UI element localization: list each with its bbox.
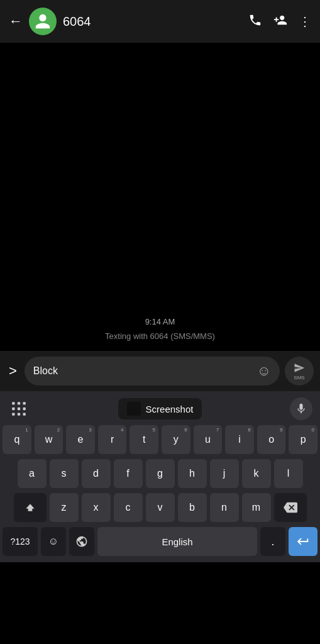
key-o[interactable]: o9: [257, 425, 286, 454]
emoji-button[interactable]: ☺: [257, 363, 271, 379]
key-t[interactable]: t5: [130, 425, 158, 454]
key-a[interactable]: a: [18, 459, 47, 488]
key-i[interactable]: i8: [225, 425, 254, 454]
input-area: > ☺ SMS: [0, 351, 320, 391]
key-h[interactable]: h: [178, 459, 207, 488]
key-c[interactable]: c: [114, 493, 143, 522]
keyboard-rows: q1 w2 e3 r4 t5 y6 u7 i8 o9 p0 a s d f g …: [0, 425, 320, 522]
keyboard-apps-button[interactable]: [8, 397, 30, 420]
key-k[interactable]: k: [242, 459, 271, 488]
more-options-button[interactable]: ⋮: [299, 14, 311, 29]
key-g[interactable]: g: [146, 459, 175, 488]
screenshot-button[interactable]: Screenshot: [118, 398, 202, 419]
key-v[interactable]: v: [146, 493, 175, 522]
send-label: SMS: [294, 375, 304, 380]
key-q[interactable]: q1: [3, 425, 31, 454]
svg-rect-4: [18, 408, 20, 410]
shift-key[interactable]: [14, 493, 47, 522]
expand-button[interactable]: >: [6, 360, 19, 382]
key-d[interactable]: d: [82, 459, 111, 488]
svg-rect-2: [23, 402, 26, 404]
chat-area: 9:14 AM Texting with 6064 (SMS/MMS): [0, 43, 320, 351]
keyboard-row-1: q1 w2 e3 r4 t5 y6 u7 i8 o9 p0: [3, 425, 317, 454]
texting-info: Texting with 6064 (SMS/MMS): [105, 331, 215, 341]
svg-rect-7: [18, 413, 20, 416]
key-n[interactable]: n: [210, 493, 239, 522]
svg-rect-1: [18, 402, 20, 404]
key-l[interactable]: l: [274, 459, 303, 488]
keyboard-toolbar: Screenshot: [0, 395, 320, 425]
period-key[interactable]: .: [260, 527, 285, 556]
symbols-key[interactable]: ?123: [3, 527, 38, 556]
keyboard-row-3: z x c v b n m: [3, 493, 317, 522]
avatar: [29, 8, 57, 35]
enter-key[interactable]: [289, 527, 317, 556]
globe-key[interactable]: [69, 527, 94, 556]
app-header: ← 6064 ⋮: [0, 0, 320, 43]
svg-rect-3: [12, 408, 14, 410]
key-f[interactable]: f: [114, 459, 143, 488]
key-b[interactable]: b: [178, 493, 207, 522]
key-s[interactable]: s: [50, 459, 79, 488]
emoji-key[interactable]: ☺: [41, 527, 66, 556]
key-x[interactable]: x: [82, 493, 111, 522]
header-icons: ⋮: [248, 13, 311, 30]
key-z[interactable]: z: [50, 493, 79, 522]
key-y[interactable]: y6: [162, 425, 190, 454]
screenshot-thumbnail: [127, 402, 141, 416]
key-w[interactable]: w2: [35, 425, 63, 454]
svg-rect-6: [12, 413, 14, 416]
send-button[interactable]: SMS: [285, 357, 314, 386]
keyboard: Screenshot q1 w2 e3 r4 t5 y6 u7 i8 o9 p0…: [0, 391, 320, 562]
key-j[interactable]: j: [210, 459, 239, 488]
keyboard-row-2: a s d f g h j k l: [3, 459, 317, 488]
message-input-container: ☺: [25, 357, 280, 386]
back-button[interactable]: ←: [9, 13, 23, 30]
call-button[interactable]: [248, 13, 262, 30]
key-p[interactable]: p0: [289, 425, 317, 454]
svg-rect-8: [23, 413, 26, 416]
backspace-key[interactable]: [274, 493, 307, 522]
key-e[interactable]: e3: [66, 425, 95, 454]
message-timestamp: 9:14 AM: [145, 317, 175, 326]
contact-name: 6064: [63, 14, 248, 29]
svg-rect-0: [12, 402, 14, 404]
key-m[interactable]: m: [242, 493, 271, 522]
key-u[interactable]: u7: [194, 425, 223, 454]
keyboard-bottom-row: ?123 ☺ English .: [0, 527, 320, 560]
send-icon: [294, 362, 305, 375]
svg-rect-5: [23, 408, 26, 410]
microphone-button[interactable]: [290, 397, 312, 420]
key-r[interactable]: r4: [98, 425, 127, 454]
space-key[interactable]: English: [97, 527, 257, 556]
screenshot-label: Screenshot: [146, 404, 194, 414]
add-contact-button[interactable]: [273, 13, 287, 30]
message-input[interactable]: [33, 365, 253, 377]
